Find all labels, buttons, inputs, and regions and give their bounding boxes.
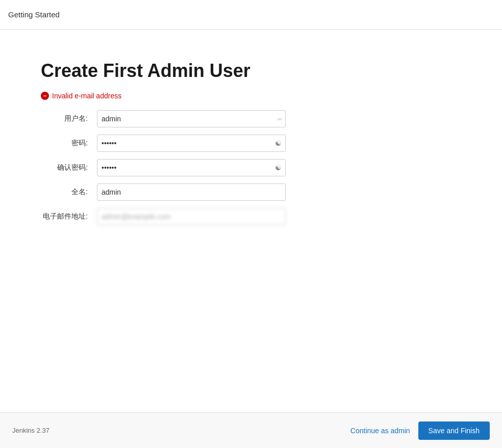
username-label: 用户名:: [41, 114, 92, 123]
error-message: − Invalid e-mail address: [41, 92, 461, 100]
continue-as-admin-button[interactable]: Continue as admin: [350, 427, 410, 435]
password-input[interactable]: [97, 135, 286, 152]
confirm-password-label: 确认密码:: [41, 163, 92, 172]
email-label: 电子邮件地址:: [41, 212, 92, 221]
jenkins-version: Jenkins 2.37: [12, 427, 49, 434]
error-text: Invalid e-mail address: [52, 92, 121, 100]
email-field-wrapper: [97, 208, 286, 225]
main-content: Create First Admin User − Invalid e-mail…: [0, 30, 502, 412]
footer: Jenkins 2.37 Continue as admin Save and …: [0, 412, 502, 448]
fullname-label: 全名:: [41, 188, 92, 197]
save-and-finish-button[interactable]: Save and Finish: [418, 421, 490, 440]
username-field-wrapper: ⎓: [97, 110, 286, 127]
confirm-password-input[interactable]: [97, 159, 286, 176]
email-input[interactable]: [97, 208, 286, 225]
confirm-password-field-wrapper: ☯: [97, 159, 286, 176]
page-title: Create First Admin User: [41, 60, 461, 82]
header: Getting Started: [0, 0, 502, 30]
admin-user-form: 用户名: ⎓ 密码: ☯ 确认密码: ☯ 全名: 电子邮件地址:: [41, 110, 286, 225]
password-label: 密码:: [41, 139, 92, 148]
fullname-input[interactable]: [97, 183, 286, 201]
header-title: Getting Started: [8, 10, 60, 19]
password-field-wrapper: ☯: [97, 135, 286, 152]
username-input[interactable]: [97, 110, 286, 127]
footer-actions: Continue as admin Save and Finish: [350, 421, 490, 440]
error-icon: −: [41, 92, 49, 100]
fullname-field-wrapper: [97, 183, 286, 201]
